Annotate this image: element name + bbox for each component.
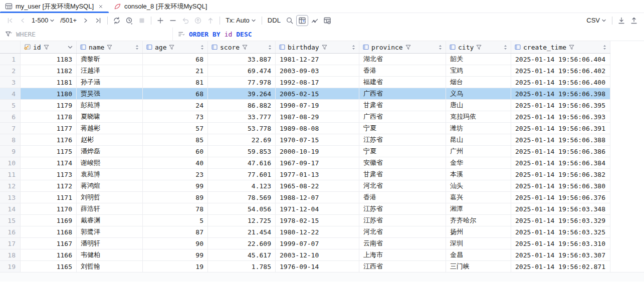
cell-id[interactable]: 1178 [21, 111, 77, 122]
cell-birthday[interactable]: 1980-12-22 [276, 226, 359, 237]
cell-id[interactable]: 1175 [21, 146, 77, 157]
cell-create_time[interactable]: 2025-01-14 19:56:03.307 [511, 249, 610, 260]
cell-id[interactable]: 1172 [21, 180, 77, 191]
column-header-age[interactable]: age [143, 41, 208, 53]
row-number[interactable]: 3 [0, 77, 21, 88]
cell-id[interactable]: 1166 [21, 249, 77, 260]
cell-create_time[interactable]: 2025-01-14 19:56:06.384 [511, 157, 610, 168]
cell-province[interactable]: 江苏省 [359, 134, 446, 145]
cell-city[interactable]: 扬州 [446, 226, 511, 237]
row-number[interactable]: 11 [0, 169, 21, 180]
column-filter-funnel-icon[interactable] [476, 45, 482, 50]
cell-score[interactable]: 21.454 [208, 226, 276, 237]
delete-row-button[interactable] [167, 15, 179, 26]
column-filter-funnel-icon[interactable] [405, 45, 411, 50]
cell-score[interactable]: 86.882 [208, 100, 276, 111]
cell-province[interactable]: 江苏省 [359, 215, 446, 226]
cell-score[interactable]: 22.69 [208, 134, 276, 145]
cell-name[interactable]: 袁苑博 [77, 169, 143, 180]
cell-create_time[interactable]: 2025-01-14 19:56:06.404 [511, 54, 610, 65]
cell-id[interactable]: 1177 [21, 123, 77, 134]
cell-age[interactable]: 87 [143, 226, 208, 237]
cell-id[interactable]: 1171 [21, 192, 77, 203]
cell-name[interactable]: 赵彬 [77, 134, 143, 145]
row-number[interactable]: 10 [0, 157, 21, 168]
cell-province[interactable]: 河北省 [359, 180, 446, 191]
row-number[interactable]: 18 [0, 249, 21, 260]
reload-data-icon[interactable] [111, 15, 123, 26]
row-number[interactable]: 16 [0, 226, 21, 237]
cell-create_time[interactable]: 2025-01-14 19:56:06.402 [511, 65, 610, 76]
row-number[interactable]: 1 [0, 54, 21, 65]
cell-age[interactable]: 40 [143, 157, 208, 168]
row-number[interactable]: 2 [0, 65, 21, 76]
cell-name[interactable]: 刘哲翰 [77, 261, 143, 272]
cell-province[interactable]: 甘肃省 [359, 169, 446, 180]
cell-name[interactable]: 孙子涵 [77, 77, 143, 88]
column-header-province[interactable]: province [359, 41, 446, 53]
cell-age[interactable]: 68 [143, 88, 208, 99]
cell-name[interactable]: 刘明哲 [77, 192, 143, 203]
cell-province[interactable]: 甘肃省 [359, 100, 446, 111]
tab-my-user[interactable]: my_user [开发环境MySQL] [0, 0, 109, 13]
cell-province[interactable]: 湖北省 [359, 54, 446, 65]
cell-age[interactable]: 90 [143, 238, 208, 249]
cell-age[interactable]: 99 [143, 249, 208, 260]
cell-score[interactable]: 45.617 [208, 249, 276, 260]
cell-city[interactable]: 三门峡 [446, 261, 511, 272]
cell-name[interactable]: 汪越泽 [77, 65, 143, 76]
cell-create_time[interactable]: 2025-01-14 19:56:06.393 [511, 111, 610, 122]
cell-age[interactable]: 99 [143, 180, 208, 191]
cell-score[interactable]: 69.474 [208, 65, 276, 76]
row-number[interactable]: 12 [0, 180, 21, 191]
row-number[interactable]: 7 [0, 123, 21, 134]
cell-id[interactable]: 1173 [21, 169, 77, 180]
cell-create_time[interactable]: 2025-01-14 19:56:06.391 [511, 123, 610, 134]
cell-score[interactable]: 33.777 [208, 111, 276, 122]
cell-create_time[interactable]: 2025-01-14 19:56:06.380 [511, 180, 610, 191]
cell-score[interactable]: 39.264 [208, 88, 276, 99]
cell-score[interactable]: 54.056 [208, 203, 276, 214]
cell-score[interactable]: 22.609 [208, 238, 276, 249]
cell-city[interactable]: 潍坊 [446, 123, 511, 134]
cell-create_time[interactable]: 2025-01-14 19:56:03.348 [511, 203, 610, 214]
cell-age[interactable]: 21 [143, 65, 208, 76]
cell-city[interactable]: 广州 [446, 146, 511, 157]
cell-birthday[interactable]: 1992-08-17 [276, 77, 359, 88]
cell-create_time[interactable]: 2025-01-14 19:56:06.376 [511, 192, 610, 203]
cell-birthday[interactable]: 1989-08-08 [276, 123, 359, 134]
cell-age[interactable]: 73 [143, 111, 208, 122]
column-filter-funnel-icon[interactable] [322, 45, 327, 50]
cell-birthday[interactable]: 1987-08-29 [276, 111, 359, 122]
cell-age[interactable]: 5 [143, 215, 208, 226]
cell-age[interactable]: 81 [143, 77, 208, 88]
cell-name[interactable]: 韦健柏 [77, 249, 143, 260]
cell-create_time[interactable]: 2025-01-14 19:56:03.310 [511, 238, 610, 249]
cell-province[interactable]: 香港 [359, 65, 446, 76]
column-header-city[interactable]: city [446, 41, 511, 53]
order-by-field[interactable]: ORDER BY id DESC [173, 28, 257, 41]
cell-city[interactable]: 湘潭 [446, 203, 511, 214]
column-header-score[interactable]: score [208, 41, 276, 53]
cell-age[interactable]: 89 [143, 192, 208, 203]
cell-id[interactable]: 1183 [21, 54, 77, 65]
cell-age[interactable]: 24 [143, 100, 208, 111]
ddl-button[interactable]: DDL [265, 17, 283, 24]
cell-birthday[interactable]: 2003-09-03 [276, 65, 359, 76]
cell-name[interactable]: 彭苑博 [77, 100, 143, 111]
cell-id[interactable]: 1170 [21, 203, 77, 214]
sort-both-icon[interactable] [352, 45, 355, 50]
cell-create_time[interactable]: 2025-01-14 19:56:03.325 [511, 226, 610, 237]
add-row-button[interactable] [154, 15, 166, 26]
sort-both-icon[interactable] [268, 45, 272, 50]
where-filter-field[interactable]: WHERE [0, 28, 173, 41]
cell-score[interactable]: 78.569 [208, 192, 276, 203]
cell-score[interactable]: 77.978 [208, 77, 276, 88]
cell-name[interactable]: 薛浩轩 [77, 203, 143, 214]
cell-city[interactable]: 深圳 [446, 238, 511, 249]
cell-name[interactable]: 潘烨磊 [77, 146, 143, 157]
row-number[interactable]: 19 [0, 261, 21, 272]
column-header-name[interactable]: name [77, 41, 143, 53]
cell-name[interactable]: 夏晓啸 [77, 111, 143, 122]
cell-city[interactable]: 昆山 [446, 134, 511, 145]
